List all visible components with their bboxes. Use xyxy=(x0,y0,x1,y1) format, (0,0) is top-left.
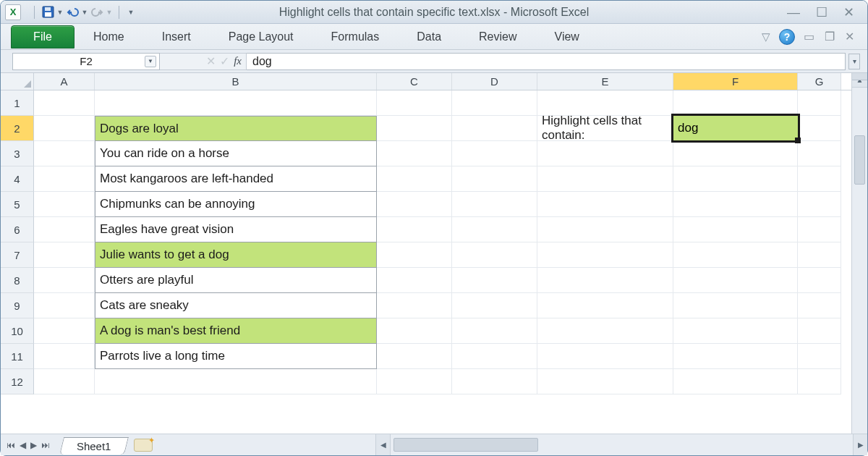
excel-app-icon[interactable]: X xyxy=(5,4,21,20)
cell[interactable] xyxy=(377,217,452,242)
cell[interactable] xyxy=(673,141,798,166)
cell[interactable] xyxy=(537,242,673,268)
tab-data[interactable]: Data xyxy=(398,24,460,49)
redo-icon[interactable] xyxy=(90,5,104,20)
v-split-handle[interactable] xyxy=(852,73,867,80)
cell[interactable] xyxy=(377,293,452,318)
col-header-f[interactable]: F xyxy=(673,73,798,90)
cell[interactable] xyxy=(452,268,537,293)
save-dropdown-icon[interactable]: ▼ xyxy=(56,5,64,20)
vertical-scrollbar[interactable]: ▲ xyxy=(851,73,867,434)
cell[interactable] xyxy=(34,293,95,318)
cell[interactable] xyxy=(34,116,95,141)
cell[interactable] xyxy=(798,192,841,217)
cell[interactable] xyxy=(673,293,798,318)
redo-dropdown-icon[interactable]: ▼ xyxy=(106,5,113,20)
cell[interactable] xyxy=(377,369,452,394)
cell[interactable] xyxy=(34,268,95,293)
cell[interactable] xyxy=(377,116,452,141)
cell[interactable] xyxy=(673,369,798,394)
formula-bar-expand-icon[interactable]: ▾ xyxy=(848,54,860,69)
cancel-formula-icon[interactable]: ✕ xyxy=(206,54,216,68)
cell[interactable]: You can ride on a horse xyxy=(95,141,377,166)
row-header[interactable]: 2 xyxy=(1,116,34,141)
cell[interactable]: Cats are sneaky xyxy=(95,293,377,318)
workbook-close-icon[interactable]: ✕ xyxy=(845,30,854,43)
help-icon[interactable]: ? xyxy=(779,29,795,45)
col-header-a[interactable]: A xyxy=(34,73,95,90)
name-box[interactable]: F2 ▼ xyxy=(12,53,160,70)
new-sheet-icon[interactable] xyxy=(134,439,153,452)
row-header[interactable]: 5 xyxy=(1,192,34,217)
row-header[interactable]: 9 xyxy=(1,293,34,318)
h-scroll-track[interactable] xyxy=(391,434,853,455)
cell[interactable] xyxy=(377,192,452,217)
cell[interactable] xyxy=(673,242,798,268)
cell[interactable] xyxy=(452,90,537,116)
row-header[interactable]: 7 xyxy=(1,242,34,268)
worksheet-grid[interactable]: A B C D E F G 1 2 Dogs are loyal Highlig… xyxy=(1,73,867,434)
cell[interactable] xyxy=(377,268,452,293)
cell[interactable] xyxy=(95,369,377,394)
cell[interactable] xyxy=(537,141,673,166)
cell[interactable] xyxy=(537,268,673,293)
cell[interactable] xyxy=(452,293,537,318)
cell[interactable] xyxy=(377,344,452,369)
cell[interactable]: Chipmunks can be annoying xyxy=(95,192,377,217)
cell[interactable] xyxy=(34,217,95,242)
row-header[interactable]: 10 xyxy=(1,318,34,344)
cell[interactable]: Most kangaroos are left-handed xyxy=(95,166,377,192)
tab-home[interactable]: Home xyxy=(75,24,143,49)
save-icon[interactable] xyxy=(41,5,55,20)
undo-icon[interactable] xyxy=(65,5,80,20)
sheet-nav-last-icon[interactable]: ⏭ xyxy=(41,440,50,450)
cell[interactable] xyxy=(34,166,95,192)
cell[interactable] xyxy=(798,116,841,141)
cell[interactable] xyxy=(34,90,95,116)
cell[interactable] xyxy=(798,318,841,344)
cell[interactable] xyxy=(537,166,673,192)
highlight-label[interactable]: Highlight cells that contain: xyxy=(537,116,673,141)
cell[interactable] xyxy=(452,318,537,344)
cell[interactable] xyxy=(34,141,95,166)
cell[interactable]: Eagles have great vision xyxy=(95,217,377,242)
cell[interactable] xyxy=(673,192,798,217)
formula-bar-input[interactable]: dog xyxy=(247,53,846,70)
cell[interactable] xyxy=(798,217,841,242)
active-cell[interactable]: dog xyxy=(673,116,798,140)
cell[interactable] xyxy=(798,166,841,192)
col-header-c[interactable]: C xyxy=(377,73,452,90)
cell[interactable] xyxy=(798,369,841,394)
cell[interactable] xyxy=(537,369,673,394)
col-header-b[interactable]: B xyxy=(95,73,377,90)
close-icon[interactable]: ✕ xyxy=(843,6,854,19)
col-header-e[interactable]: E xyxy=(537,73,673,90)
maximize-icon[interactable]: ☐ xyxy=(816,6,827,19)
cell[interactable]: Parrots live a long time xyxy=(95,344,377,369)
cell[interactable] xyxy=(798,90,841,116)
row-header[interactable]: 1 xyxy=(1,90,34,116)
file-tab[interactable]: File xyxy=(11,25,75,48)
cell[interactable] xyxy=(452,166,537,192)
tab-review[interactable]: Review xyxy=(460,24,535,49)
cell[interactable] xyxy=(452,141,537,166)
undo-dropdown-icon[interactable]: ▼ xyxy=(81,5,88,20)
cell[interactable] xyxy=(798,268,841,293)
row-header[interactable]: 4 xyxy=(1,166,34,192)
cell[interactable] xyxy=(377,242,452,268)
cell[interactable] xyxy=(673,344,798,369)
tab-insert[interactable]: Insert xyxy=(143,24,210,49)
cell[interactable] xyxy=(537,318,673,344)
cell[interactable]: Otters are playful xyxy=(95,268,377,293)
cell[interactable] xyxy=(377,90,452,116)
row-header[interactable]: 11 xyxy=(1,344,34,369)
sheet-tab-sheet1[interactable]: Sheet1 xyxy=(59,437,129,455)
cell[interactable] xyxy=(34,344,95,369)
cell[interactable] xyxy=(95,90,377,116)
cell[interactable] xyxy=(537,192,673,217)
cell[interactable]: A dog is man's best friend xyxy=(95,318,377,344)
cell[interactable] xyxy=(452,116,537,141)
row-header[interactable]: 3 xyxy=(1,141,34,166)
cell[interactable] xyxy=(537,293,673,318)
cell[interactable] xyxy=(537,344,673,369)
